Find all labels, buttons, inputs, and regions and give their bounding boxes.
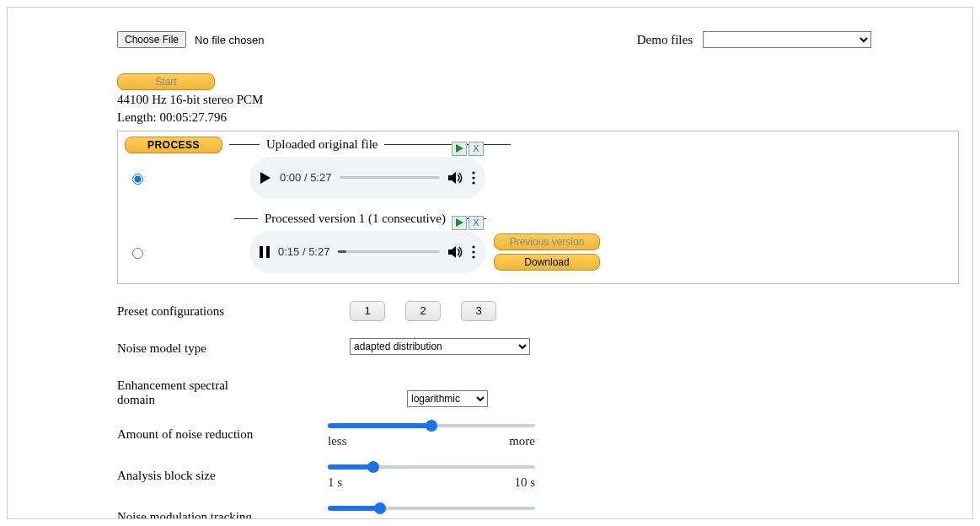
download-button[interactable]: Download xyxy=(494,254,600,271)
file-chosen-label: No file chosen xyxy=(195,34,264,46)
audio-player-original[interactable]: X 0:00 / 5:27 xyxy=(249,157,485,199)
slider-left-label: 1 s xyxy=(328,475,342,490)
noise-reduction-label: Amount of noise reduction xyxy=(117,424,326,442)
legend-processed-text: Processed version 1 (1 consecutive) xyxy=(265,212,446,226)
select-original-radio[interactable] xyxy=(132,174,143,185)
demo-files-label: Demo files xyxy=(637,33,693,47)
overlay-play-icon[interactable] xyxy=(452,142,467,156)
enhancement-domain-label: Enhancement spectral domain xyxy=(117,375,260,407)
more-icon[interactable] xyxy=(472,245,475,259)
more-icon[interactable] xyxy=(472,171,475,185)
previous-version-button[interactable]: Previous version xyxy=(494,233,600,250)
svg-rect-8 xyxy=(266,246,270,258)
slider-left-label: slow xyxy=(328,517,351,520)
row-noise-reduction: Amount of noise reduction less more xyxy=(117,416,972,457)
start-block: Start xyxy=(8,48,972,90)
player-row-original: X 0:00 / 5:27 xyxy=(125,157,950,199)
legend-original-text: Uploaded original file xyxy=(266,137,378,152)
svg-point-12 xyxy=(472,255,474,258)
svg-point-4 xyxy=(472,176,474,179)
row-presets: Preset configurations 1 2 3 xyxy=(117,293,972,330)
svg-point-11 xyxy=(472,250,474,253)
svg-point-3 xyxy=(472,171,474,174)
legend-processed: Processed version 1 (1 consecutive) xyxy=(125,211,950,228)
slider-right-label: more xyxy=(509,434,535,448)
player-time: 0:00 / 5:27 xyxy=(280,171,331,184)
process-button[interactable]: PROCESS xyxy=(125,137,222,153)
slider-right-label: fast xyxy=(517,517,535,520)
svg-marker-9 xyxy=(448,246,456,258)
preset-2-button[interactable]: 2 xyxy=(405,301,441,321)
volume-icon[interactable] xyxy=(448,245,463,259)
svg-rect-7 xyxy=(260,246,263,258)
demo-files-select[interactable] xyxy=(703,31,871,48)
overlay-play-icon[interactable] xyxy=(452,216,467,230)
legend-original: PROCESS Uploaded original file xyxy=(125,137,950,153)
volume-icon[interactable] xyxy=(448,171,463,185)
pause-icon[interactable] xyxy=(260,246,270,258)
noise-model-select[interactable]: adapted distribution xyxy=(350,338,530,355)
row-modulation: Noise modulation tracking slow fast xyxy=(117,498,972,520)
enhancement-domain-select[interactable]: logarithmic xyxy=(407,390,488,407)
block-size-slider[interactable] xyxy=(328,465,535,469)
slider-left-label: less xyxy=(328,434,347,448)
choose-file-button[interactable]: Choose File xyxy=(117,31,186,48)
svg-marker-0 xyxy=(456,144,463,153)
audio-panel: PROCESS Uploaded original file X 0:00 / … xyxy=(117,131,959,284)
play-icon[interactable] xyxy=(260,172,271,184)
start-button[interactable]: Start xyxy=(117,73,215,90)
preset-1-button[interactable]: 1 xyxy=(350,301,385,321)
audio-player-processed[interactable]: X 0:15 / 5:27 xyxy=(249,231,485,273)
select-processed-radio[interactable] xyxy=(132,248,143,259)
modulation-label: Noise modulation tracking xyxy=(117,507,326,520)
overlay-close-icon[interactable]: X xyxy=(469,216,484,230)
preset-label: Preset configurations xyxy=(117,301,326,319)
player-timeline[interactable] xyxy=(338,250,440,253)
svg-point-10 xyxy=(472,245,474,248)
row-enhancement-domain: Enhancement spectral domain logarithmic xyxy=(117,367,972,416)
player-time: 0:15 / 5:27 xyxy=(278,245,329,258)
svg-marker-2 xyxy=(448,172,456,184)
noise-model-label: Noise model type xyxy=(117,338,326,356)
svg-marker-1 xyxy=(260,172,270,184)
svg-point-5 xyxy=(472,181,474,184)
block-size-label: Analysis block size xyxy=(117,465,326,483)
noise-reduction-slider[interactable] xyxy=(328,424,535,427)
slider-right-label: 10 s xyxy=(514,475,535,490)
preset-3-button[interactable]: 3 xyxy=(461,301,496,321)
top-row: Choose File No file chosen Demo files xyxy=(8,8,972,48)
app-container: Choose File No file chosen Demo files St… xyxy=(7,7,973,519)
overlay-close-icon[interactable]: X xyxy=(469,142,484,156)
player-timeline[interactable] xyxy=(340,176,440,179)
svg-marker-6 xyxy=(456,218,463,227)
file-length-text: Length: 00:05:27.796 xyxy=(8,108,972,126)
file-format-text: 44100 Hz 16-bit stereo PCM xyxy=(8,90,972,108)
settings-block: Preset configurations 1 2 3 Noise model … xyxy=(8,284,972,520)
row-noise-model: Noise model type adapted distribution xyxy=(117,330,972,367)
row-block-size: Analysis block size 1 s 10 s xyxy=(117,457,972,498)
player-row-processed: X 0:15 / 5:27 Previous version Download xyxy=(125,231,950,273)
